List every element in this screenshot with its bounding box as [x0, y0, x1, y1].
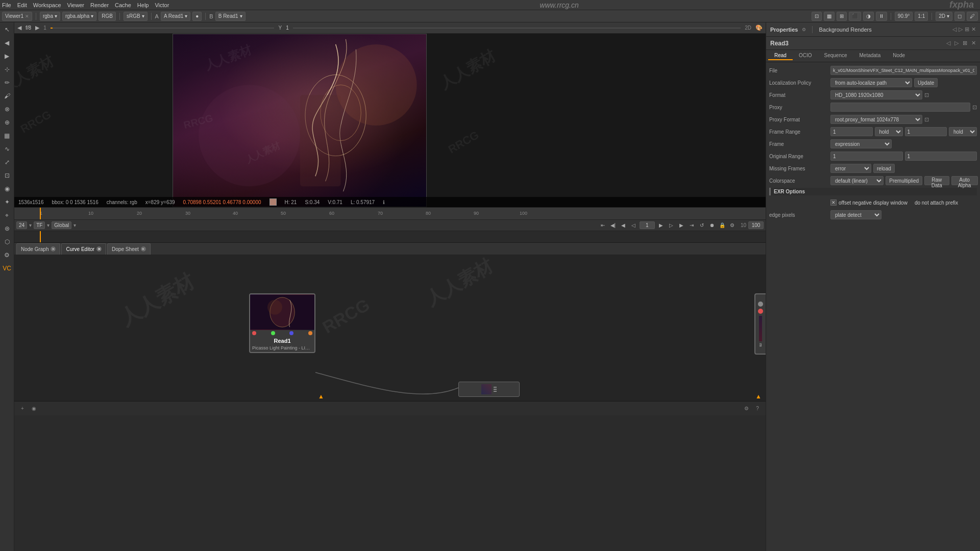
prop-proxy-input[interactable]: [830, 103, 970, 112]
node-graph-canvas[interactable]: 人人素材 RRCG 人人素材: [14, 255, 766, 401]
lock-btn[interactable]: 🔒: [718, 221, 726, 230]
prop-frame-select[interactable]: expression: [830, 139, 892, 148]
sidebar-icon-eye[interactable]: ◉: [2, 184, 12, 194]
menu-viewer[interactable]: Viewer: [67, 2, 84, 8]
timeline-ruler[interactable]: 1 10 20 30 40 50 60 70 80 90 100: [14, 208, 766, 220]
end-frame-counter[interactable]: 100: [748, 221, 764, 229]
proxy-expand-icon[interactable]: ⊡: [972, 104, 977, 111]
tab-curve-editor-close[interactable]: ✕: [96, 246, 102, 252]
view-mode-select[interactable]: 2D ▾: [936, 12, 952, 21]
play-fwd-btn[interactable]: ▶: [677, 221, 685, 230]
tab-dope-sheet[interactable]: Dope Sheet ✕: [107, 243, 151, 255]
go-to-start-btn[interactable]: ⇤: [599, 221, 607, 230]
prop-tab-read[interactable]: Read: [768, 52, 793, 60]
mini-node[interactable]: [458, 382, 520, 397]
premultiplied-btn[interactable]: Premultiplied: [886, 176, 922, 185]
header-icon-3[interactable]: ⊞: [965, 26, 969, 33]
icon-color[interactable]: ⬛: [849, 12, 861, 21]
sidebar-icon-node[interactable]: ✦: [2, 197, 12, 207]
scope-select[interactable]: Global: [52, 221, 71, 229]
color-pick-icon[interactable]: 🎨: [755, 24, 763, 31]
color-mode-select[interactable]: RGB: [99, 12, 116, 21]
prop-file-input[interactable]: [830, 66, 977, 75]
tab-curve-editor[interactable]: Curve Editor ✕: [61, 243, 106, 255]
viewer-tab-close-icon[interactable]: ✕: [25, 14, 29, 19]
color-picker-icon[interactable]: 🖊: [967, 12, 978, 21]
sidebar-icon-paint[interactable]: 🖌: [2, 91, 12, 101]
prop-format-select[interactable]: HD_1080 980x551: [830, 90, 922, 99]
prop-tab-node[interactable]: Node: [887, 52, 911, 60]
node-partial-right[interactable]: m: [754, 293, 766, 355]
sidebar-icon-spline[interactable]: ∿: [2, 144, 12, 154]
sidebar-icon-active[interactable]: VC: [2, 263, 12, 273]
sidebar-icon-frame-left[interactable]: ◀: [2, 38, 12, 48]
fps-select[interactable]: 24: [16, 221, 27, 229]
sidebar-icon-tracker[interactable]: ⊛: [2, 223, 12, 234]
node-header-icon-2[interactable]: ▷: [954, 40, 959, 46]
sidebar-icon-frame-right[interactable]: ▶: [2, 51, 12, 61]
prop-tab-metadata[interactable]: Metadata: [853, 52, 887, 60]
menu-edit[interactable]: Edit: [17, 2, 27, 8]
menu-cache[interactable]: Cache: [115, 2, 131, 8]
color-space-a-select[interactable]: rgba ▾: [40, 12, 60, 21]
auto-alpha-btn[interactable]: Auto Alpha: [951, 176, 978, 185]
prop-proxy-format-select[interactable]: root.proxy_format 1024x778: [830, 115, 922, 124]
menu-render[interactable]: Render: [90, 2, 109, 8]
step-back-btn[interactable]: ◀|: [609, 221, 617, 230]
prop-hold-start-select[interactable]: hold: [875, 127, 903, 136]
prop-frame-start-input[interactable]: [830, 127, 873, 136]
mask-icon[interactable]: ◻: [954, 12, 965, 21]
prop-orig-end-input[interactable]: [905, 152, 977, 161]
ng-icon-view[interactable]: ◉: [30, 405, 38, 413]
menu-workspace[interactable]: Workspace: [33, 2, 61, 8]
go-to-end-btn[interactable]: ⇥: [688, 221, 696, 230]
ng-icon-help[interactable]: ?: [753, 405, 762, 413]
prop-localization-select[interactable]: from auto-localize path: [830, 78, 912, 87]
sidebar-icon-arrow[interactable]: ↖: [2, 24, 12, 35]
offset-checkbox[interactable]: [830, 199, 837, 206]
node-header-icon-1[interactable]: ◁: [946, 40, 950, 46]
prev-frame-btn[interactable]: ◁: [629, 221, 638, 230]
icon-grid[interactable]: ▦: [824, 12, 835, 21]
viewer-image-container[interactable]: 人人素材 RRCG: [14, 34, 766, 207]
prop-frame-end-input[interactable]: [905, 127, 947, 136]
menu-file[interactable]: File: [2, 2, 11, 8]
proxy-format-icon[interactable]: ⊡: [924, 116, 929, 123]
play-btn[interactable]: ▶: [657, 221, 665, 230]
raw-data-btn[interactable]: Raw Data: [924, 176, 949, 185]
sidebar-icon-eraser[interactable]: ⊗: [2, 104, 12, 114]
view-2d-icon[interactable]: 2D: [745, 25, 751, 31]
node-read1[interactable]: Read1 Picasso Light Painting - LIFE.jpg: [249, 293, 315, 353]
tab-node-graph[interactable]: Node Graph ✕: [16, 243, 60, 255]
header-icon-4[interactable]: ✕: [971, 26, 976, 33]
prop-hold-end-select[interactable]: hold: [949, 127, 977, 136]
ng-icon-add[interactable]: +: [18, 405, 27, 413]
frame-nav-left[interactable]: ◀: [17, 24, 21, 31]
frame-counter[interactable]: 1: [640, 221, 655, 229]
prop-orig-start-input[interactable]: [830, 152, 903, 161]
loop-btn[interactable]: ↺: [698, 221, 706, 230]
icon-exposure[interactable]: ◑: [863, 12, 874, 21]
lut-select[interactable]: sRGB ▾: [124, 12, 148, 21]
play-back-btn[interactable]: ◀: [619, 221, 627, 230]
input-a-select[interactable]: A Read1 ▾: [161, 12, 190, 21]
sidebar-icon-crop[interactable]: ⊡: [2, 170, 12, 181]
node-header-icon-3[interactable]: ⊠: [963, 40, 967, 46]
tab-node-graph-close[interactable]: ✕: [51, 246, 56, 252]
timeline-track[interactable]: [14, 231, 766, 242]
tf-display[interactable]: TF: [34, 221, 45, 229]
sidebar-icon-grid[interactable]: ▦: [2, 131, 12, 141]
sidebar-icon-3d[interactable]: ⬡: [2, 237, 12, 247]
sidebar-icon-clone[interactable]: ⊕: [2, 117, 12, 128]
prop-edge-pixels-select[interactable]: plate detect: [830, 210, 881, 219]
info-icon[interactable]: ℹ: [383, 199, 385, 205]
ng-icon-settings[interactable]: ⚙: [742, 405, 750, 413]
node-header-icon-4[interactable]: ✕: [971, 40, 976, 46]
header-icon-2[interactable]: ▷: [959, 26, 963, 33]
icon-compare[interactable]: ⊞: [837, 12, 847, 21]
prop-missing-frames-select[interactable]: error: [830, 164, 871, 173]
input-a-extra[interactable]: ●: [192, 12, 202, 21]
record-btn[interactable]: ⏺: [708, 221, 716, 230]
properties-tab-header[interactable]: Properties: [770, 27, 798, 33]
color-space-b-select[interactable]: rgba.alpha ▾: [62, 12, 96, 21]
